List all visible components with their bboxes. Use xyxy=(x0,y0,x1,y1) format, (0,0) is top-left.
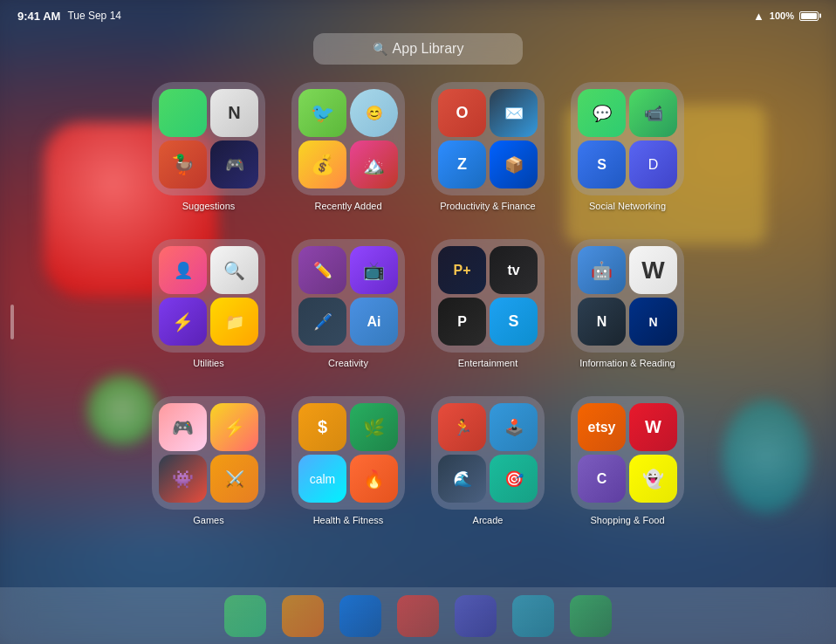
app-zoom: Z xyxy=(438,140,486,188)
app-arcade-3: 🌊 xyxy=(438,455,486,503)
folder-shopping[interactable]: etsy W C 👻 Shopping & Food xyxy=(566,396,689,536)
app-bird: 🐦 xyxy=(298,89,346,137)
app-messages xyxy=(159,89,207,137)
search-placeholder: App Library xyxy=(393,41,464,57)
app-paramount: P+ xyxy=(438,246,486,294)
app-brawl: ⚔️ xyxy=(210,455,258,503)
folder-productivity-box: O ✉️ Z 📦 xyxy=(431,82,545,195)
folder-shopping-label: Shopping & Food xyxy=(590,515,664,525)
app-vectornator: ✏️ xyxy=(298,246,346,294)
app-photo: 😊 xyxy=(350,89,398,137)
folder-suggestions-label: Suggestions xyxy=(182,201,236,211)
folder-recently-added-box: 🐦 😊 💰 🏔️ xyxy=(291,82,405,195)
search-icon: 🔍 xyxy=(373,42,387,56)
folder-games-label: Games xyxy=(193,515,223,525)
app-snap: 👻 xyxy=(629,455,677,503)
folder-entertainment-label: Entertainment xyxy=(458,358,517,368)
app-dollar: $ xyxy=(298,403,346,451)
app-among-us: 👾 xyxy=(159,455,207,503)
app-arcade-2: 🕹️ xyxy=(490,403,538,451)
etsy-text: etsy xyxy=(587,420,615,435)
app-facetime: 📹 xyxy=(629,89,677,137)
status-bar: 9:41 AM Tue Sep 14 ▲ 100% xyxy=(0,0,836,26)
app-mountain: 🏔️ xyxy=(350,140,398,188)
status-time: 9:41 AM xyxy=(17,10,60,23)
search-bar[interactable]: 🔍 App Library xyxy=(313,33,523,65)
app-walgreens: W xyxy=(629,403,677,451)
battery-fill xyxy=(801,13,817,19)
folder-arcade[interactable]: 🏃 🕹️ 🌊 🎯 Arcade xyxy=(427,396,549,536)
folder-arcade-label: Arcade xyxy=(473,515,504,525)
folder-recently-added[interactable]: 🐦 😊 💰 🏔️ Recently Added xyxy=(287,82,409,222)
status-date: Tue Sep 14 xyxy=(67,10,121,22)
folder-creativity[interactable]: ✏️ 📺 🖊️ Ai Creativity xyxy=(287,239,409,379)
folder-social-label: Social Networking xyxy=(589,201,666,211)
folder-games-box: 🎮 ⚡ 👾 ⚔️ xyxy=(152,396,265,510)
app-pockettube: P xyxy=(438,298,486,346)
folder-entertainment[interactable]: P+ tv P S Entertainment xyxy=(427,239,549,379)
app-nebula: N xyxy=(578,298,626,346)
app-sketch: 🖊️ xyxy=(298,298,346,346)
folder-shopping-box: etsy W C 👻 xyxy=(571,396,684,510)
app-leaf: 🌿 xyxy=(350,403,398,451)
dock xyxy=(0,587,836,644)
app-shazam: S xyxy=(490,298,538,346)
side-control xyxy=(10,305,14,339)
folder-creativity-label: Creativity xyxy=(328,358,368,368)
wiki-text: W xyxy=(641,257,664,284)
battery-container xyxy=(799,11,819,21)
app-coin: 💰 xyxy=(298,140,346,188)
dock-icon-5[interactable] xyxy=(455,595,497,637)
dock-icon-1[interactable] xyxy=(224,595,266,637)
app-spark: ✉️ xyxy=(490,89,538,137)
app-imessage: 💬 xyxy=(578,89,626,137)
battery-icon xyxy=(799,11,819,21)
folder-health-label: Health & Fitness xyxy=(313,515,384,525)
folder-entertainment-box: P+ tv P S xyxy=(431,239,545,353)
dock-icon-7[interactable] xyxy=(570,595,612,637)
app-news: N xyxy=(629,298,677,346)
folder-social[interactable]: 💬 📹 S D Social Networking xyxy=(566,82,689,222)
folder-creativity-box: ✏️ 📺 🖊️ Ai xyxy=(291,239,405,353)
app-robot: 🤖 xyxy=(578,246,626,294)
dollar-s: $ xyxy=(318,417,327,437)
app-calm: calm xyxy=(298,455,346,503)
app-dropbox: 📦 xyxy=(490,140,538,188)
dock-icon-3[interactable] xyxy=(339,595,381,637)
app-pokemon: ⚡ xyxy=(210,403,258,451)
folder-health[interactable]: $ 🌿 calm 🔥 Health & Fitness xyxy=(287,396,409,536)
folder-information-box: 🤖 W N N xyxy=(571,239,684,353)
battery-percent: 100% xyxy=(770,10,794,21)
app-arcade-4: 🎯 xyxy=(490,455,538,503)
folder-utilities-box: 👤 🔍 ⚡ 📁 xyxy=(152,239,265,353)
app-twitch: 📺 xyxy=(350,246,398,294)
status-right: ▲ 100% xyxy=(753,10,819,23)
app-duckduckgo: 🦆 xyxy=(159,140,207,188)
app-anime: 🎮 xyxy=(159,403,207,451)
app-gamecenter: 🎮 xyxy=(210,140,258,188)
folder-recently-added-label: Recently Added xyxy=(314,201,381,211)
app-noteship: N xyxy=(210,89,258,137)
app-signal: S xyxy=(578,140,626,188)
app-files: 📁 xyxy=(210,298,258,346)
folder-productivity[interactable]: O ✉️ Z 📦 Productivity & Finance xyxy=(427,82,549,222)
app-fire: 🔥 xyxy=(350,455,398,503)
wifi-icon: ▲ xyxy=(753,10,764,23)
app-craft: C xyxy=(578,455,626,503)
folder-information-label: Information & Reading xyxy=(579,358,675,368)
dock-icon-4[interactable] xyxy=(397,595,439,637)
folder-utilities[interactable]: 👤 🔍 ⚡ 📁 Utilities xyxy=(147,239,270,379)
app-office: O xyxy=(438,89,486,137)
app-shortcuts: ⚡ xyxy=(159,298,207,346)
app-discord: D xyxy=(629,140,677,188)
folder-games[interactable]: 🎮 ⚡ 👾 ⚔️ Games xyxy=(147,396,270,536)
app-etsy: etsy xyxy=(578,403,626,451)
app-arcade-1: 🏃 xyxy=(438,403,486,451)
folder-utilities-label: Utilities xyxy=(193,358,223,368)
app-wikipedia: W xyxy=(629,246,677,294)
folder-social-box: 💬 📹 S D xyxy=(571,82,684,195)
dock-icon-2[interactable] xyxy=(282,595,324,637)
folder-information[interactable]: 🤖 W N N Information & Reading xyxy=(566,239,689,379)
folder-suggestions[interactable]: N 🦆 🎮 Suggestions xyxy=(147,82,270,222)
dock-icon-6[interactable] xyxy=(512,595,554,637)
